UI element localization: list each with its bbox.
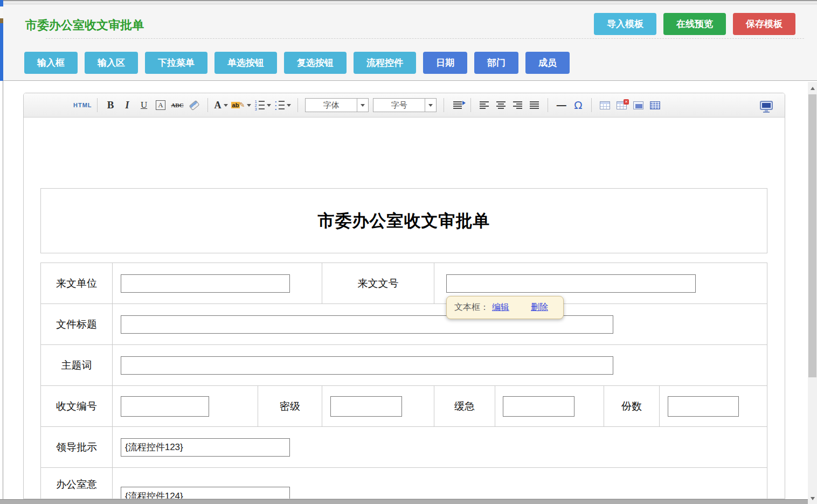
table-cell bbox=[113, 263, 322, 303]
window-bottom-edge bbox=[0, 499, 808, 504]
label-subject-words: 主题词 bbox=[41, 345, 113, 385]
toolbar-separator bbox=[207, 98, 208, 112]
leader-instructions-control[interactable]: {流程控件123} bbox=[121, 438, 290, 457]
save-template-button[interactable]: 保存模板 bbox=[733, 13, 795, 35]
ordered-list-button[interactable] bbox=[254, 98, 271, 113]
table-cell-button[interactable] bbox=[632, 98, 645, 113]
align-right-button[interactable] bbox=[511, 98, 524, 113]
font-color-button[interactable]: A bbox=[214, 98, 228, 113]
table-row: 收文编号 密级 缓急 份数 bbox=[41, 386, 767, 427]
field-button-input-box[interactable]: 输入框 bbox=[24, 52, 78, 74]
label-incoming-unit: 来文单位 bbox=[41, 263, 113, 303]
editor-content[interactable]: 市委办公室收文审批单 来文单位 来文文号 文件标题 主题词 bbox=[24, 118, 785, 499]
ordered-list-icon bbox=[254, 100, 265, 111]
style-box-button[interactable]: A bbox=[156, 100, 165, 110]
highlight-color-button[interactable]: ab✎ bbox=[231, 98, 252, 113]
horizontal-rule-button[interactable]: — bbox=[555, 98, 568, 113]
bold-button[interactable]: B bbox=[104, 98, 117, 113]
edit-link[interactable]: 编辑 bbox=[492, 302, 509, 313]
chevron-down-icon bbox=[224, 104, 228, 107]
doc-number-input[interactable] bbox=[446, 274, 696, 293]
field-button-member[interactable]: 成员 bbox=[525, 52, 570, 74]
delete-table-button[interactable] bbox=[615, 98, 628, 113]
scroll-up-button[interactable] bbox=[808, 84, 817, 93]
remove-format-button[interactable] bbox=[188, 98, 201, 113]
subject-words-input[interactable] bbox=[121, 356, 613, 375]
toolbar-separator bbox=[97, 98, 98, 112]
table-properties-button[interactable] bbox=[648, 98, 662, 113]
left-edge-line bbox=[3, 81, 3, 499]
scroll-down-button[interactable] bbox=[808, 494, 817, 503]
table-icon bbox=[600, 101, 610, 109]
tooltip-label: 文本框： bbox=[454, 302, 489, 313]
secrecy-level-input[interactable] bbox=[330, 396, 402, 417]
label-doc-number: 来文文号 bbox=[322, 263, 434, 303]
label-secrecy-level: 密级 bbox=[258, 386, 322, 426]
indent-icon bbox=[453, 101, 462, 109]
form-table: 来文单位 来文文号 文件标题 主题词 bbox=[40, 263, 767, 499]
align-justify-button[interactable] bbox=[528, 98, 541, 113]
toolbar-separator bbox=[548, 98, 548, 112]
label-file-title: 文件标题 bbox=[41, 304, 113, 344]
receipt-number-input[interactable] bbox=[121, 396, 209, 417]
editor-toolbar: HTML B I U A ABC A ab✎ 字体 bbox=[24, 93, 785, 118]
copies-input[interactable] bbox=[668, 396, 739, 417]
page-title: 市委办公室收文审批单 bbox=[25, 17, 144, 33]
fullscreen-button[interactable] bbox=[760, 101, 773, 110]
table-cell bbox=[495, 386, 604, 426]
chevron-down-icon bbox=[357, 99, 368, 112]
align-center-icon bbox=[496, 101, 506, 109]
label-receipt-number: 收文编号 bbox=[41, 386, 113, 426]
arrow-up-icon bbox=[811, 87, 815, 90]
field-button-date[interactable]: 日期 bbox=[423, 52, 467, 74]
unordered-list-button[interactable] bbox=[274, 98, 291, 113]
underline-button[interactable]: U bbox=[137, 98, 151, 113]
vertical-scrollbar[interactable] bbox=[808, 82, 817, 504]
field-button-checkbox[interactable]: 复选按钮 bbox=[284, 52, 347, 74]
urgency-input[interactable] bbox=[503, 396, 574, 417]
eraser-icon bbox=[189, 100, 199, 110]
unordered-list-icon bbox=[274, 100, 285, 111]
table-row: 来文单位 来文文号 bbox=[41, 263, 767, 304]
document-title-box: 市委办公室收文审批单 bbox=[40, 188, 767, 253]
align-center-button[interactable] bbox=[494, 98, 508, 113]
strikethrough-button[interactable]: ABC bbox=[171, 98, 184, 113]
field-button-department[interactable]: 部门 bbox=[474, 52, 518, 74]
table-cell bbox=[113, 304, 768, 344]
insert-table-button[interactable] bbox=[598, 98, 612, 113]
header-actions: 导入模板 在线预览 保存模板 bbox=[594, 13, 795, 35]
html-source-button[interactable]: HTML bbox=[73, 102, 92, 108]
field-button-textarea[interactable]: 输入区 bbox=[85, 52, 138, 74]
delete-link[interactable]: 删除 bbox=[531, 302, 548, 313]
scrollbar-thumb[interactable] bbox=[808, 94, 816, 377]
font-size-select[interactable]: 字号 bbox=[373, 98, 437, 112]
table-row: 主题词 bbox=[41, 345, 767, 386]
document-title: 市委办公室收文审批单 bbox=[318, 210, 490, 232]
online-preview-button[interactable]: 在线预览 bbox=[663, 13, 726, 35]
special-character-button[interactable]: Ω bbox=[571, 98, 585, 113]
toolbar-separator bbox=[297, 98, 298, 112]
table-grid-icon bbox=[650, 101, 660, 109]
align-left-button[interactable] bbox=[477, 98, 491, 113]
font-family-select[interactable]: 字体 bbox=[305, 98, 369, 112]
field-button-dropdown[interactable]: 下拉菜单 bbox=[145, 52, 207, 74]
rich-text-editor: HTML B I U A ABC A ab✎ 字体 bbox=[23, 93, 785, 499]
table-cell: {流程控件124} bbox=[113, 468, 768, 499]
label-urgency: 缓急 bbox=[434, 386, 495, 426]
field-button-radio[interactable]: 单选按钮 bbox=[214, 52, 277, 74]
field-type-toolbar: 输入框 输入区 下拉菜单 单选按钮 复选按钮 流程控件 日期 部门 成员 bbox=[24, 52, 570, 74]
office-opinion-control[interactable]: {流程控件124} bbox=[121, 487, 290, 499]
window-top-edge bbox=[0, 0, 817, 4]
import-template-button[interactable]: 导入模板 bbox=[594, 13, 656, 35]
align-justify-icon bbox=[530, 101, 539, 109]
field-button-flow-control[interactable]: 流程控件 bbox=[354, 52, 416, 74]
table-cell: {流程控件123} bbox=[113, 427, 768, 467]
table-cell bbox=[322, 386, 434, 426]
chevron-down-icon bbox=[267, 104, 271, 107]
control-tooltip: 文本框： 编辑 删除 bbox=[446, 296, 564, 319]
pencil-icon: ✎ bbox=[239, 101, 245, 109]
italic-button[interactable]: I bbox=[121, 98, 134, 113]
indent-button[interactable] bbox=[451, 98, 464, 113]
toolbar-separator bbox=[470, 98, 471, 112]
incoming-unit-input[interactable] bbox=[121, 274, 290, 293]
